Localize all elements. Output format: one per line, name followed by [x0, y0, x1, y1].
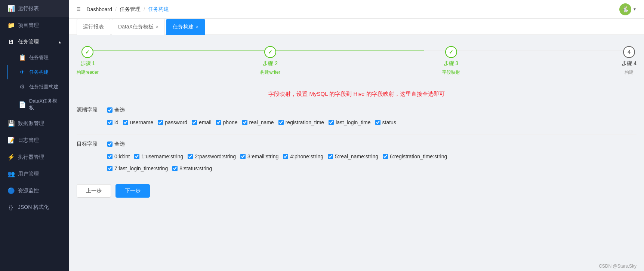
- source-field-status[interactable]: status: [375, 119, 396, 125]
- source-select-all-checkbox[interactable]: 全选: [107, 107, 125, 113]
- footer-text: CSDN @Stars.Sky: [599, 264, 637, 269]
- database-icon: 💾: [7, 120, 14, 127]
- step-3-subtitle: 字段映射: [442, 69, 460, 76]
- avatar-caret-icon: ▼: [633, 7, 637, 11]
- sidebar-item-task-list[interactable]: 📋 任务管理: [7, 50, 69, 65]
- chart-icon: 📊: [7, 5, 14, 12]
- source-field-registration-time[interactable]: registration_time: [278, 119, 324, 125]
- target-field-8[interactable]: 8:status:string: [172, 165, 212, 171]
- step-2-subtitle: 构建writer: [260, 69, 280, 76]
- sidebar-item-run-report[interactable]: 📊 运行报表: [0, 0, 69, 17]
- user-avatar: 🐇: [619, 3, 631, 15]
- menu-icon[interactable]: ≡: [77, 5, 81, 13]
- source-select-all-input[interactable]: [107, 107, 113, 113]
- sidebar-item-datasource[interactable]: 💾 数据源管理: [0, 115, 69, 132]
- sidebar-item-datax-template[interactable]: 📄 DataX任务模板: [7, 94, 69, 115]
- chevron-up-icon: ▲: [58, 40, 62, 44]
- sidebar-item-resource-monitor[interactable]: 🔵 资源监控: [0, 182, 69, 199]
- target-field-5[interactable]: 5:real_name:string: [328, 153, 378, 159]
- tab-datax-template[interactable]: DataX任务模板 ×: [112, 19, 165, 35]
- step-1-circle: ✓: [81, 46, 93, 58]
- user-avatar-dropdown[interactable]: 🐇 ▼: [619, 3, 637, 15]
- stepper: ✓ 步骤 1 构建reader ✓ 步骤 2 构建writer ✓ 步骤 3 字…: [77, 42, 637, 79]
- step-1-subtitle: 构建reader: [77, 69, 99, 76]
- step-3: ✓ 步骤 3 字段映射: [442, 46, 460, 76]
- target-select-all-checkbox[interactable]: 全选: [107, 141, 125, 147]
- breadcrumb-task-manage[interactable]: 任务管理: [120, 6, 141, 13]
- source-field-password[interactable]: password: [158, 119, 187, 125]
- breadcrumb-task-build: 任务构建: [148, 6, 169, 13]
- log-icon: 📝: [7, 137, 14, 144]
- bottom-actions: 上一步 下一步: [77, 180, 637, 198]
- source-field-header-row: 源端字段 全选: [77, 107, 637, 113]
- source-field-last-login-time[interactable]: last_login_time: [329, 119, 370, 125]
- breadcrumb-sep-2: /: [144, 6, 145, 12]
- source-fields-section: 源端字段 全选 id username password: [77, 107, 637, 125]
- folder-icon: 📁: [7, 22, 14, 29]
- step-2-title: 步骤 2: [263, 60, 278, 67]
- target-fields-row-2: 7:last_login_time:string 8:status:string: [107, 165, 637, 171]
- target-fields-row-1: 0:id:int 1:username:string 2:password:st…: [107, 153, 637, 159]
- step-1-title: 步骤 1: [80, 60, 95, 67]
- sidebar-item-json-format[interactable]: {} JSON 格式化: [0, 199, 69, 216]
- notice-banner: 字段映射，设置 MySQL 的字段到 Hive 的字段映射，这里直接全选即可: [77, 91, 637, 98]
- source-field-id[interactable]: id: [107, 119, 118, 125]
- tab-run-report[interactable]: 运行报表: [77, 19, 110, 35]
- close-task-build-tab-icon[interactable]: ×: [196, 24, 198, 30]
- step-4-title: 步骤 4: [622, 60, 637, 67]
- sidebar-item-task-batch[interactable]: ⚙ 任务批量构建: [7, 79, 69, 94]
- tab-task-build[interactable]: 任务构建 ×: [166, 19, 205, 35]
- user-icon: 👥: [7, 170, 14, 177]
- target-fields-section: 目标字段 全选 0:id:int 1:username:string 2:pa: [77, 141, 637, 171]
- source-field-real-name[interactable]: real_name: [242, 119, 274, 125]
- batch-icon: ⚙: [19, 83, 25, 90]
- close-datax-tab-icon[interactable]: ×: [156, 24, 158, 30]
- target-field-7[interactable]: 7:last_login_time:string: [107, 165, 168, 171]
- target-field-0[interactable]: 0:id:int: [107, 153, 130, 159]
- target-field-6[interactable]: 6:registration_time:string: [383, 153, 447, 159]
- target-field-2[interactable]: 2:password:string: [188, 153, 236, 159]
- step-4-circle: 4: [623, 46, 635, 58]
- topbar-right: 🐇 ▼: [619, 3, 637, 15]
- sidebar-item-log-manage[interactable]: 📝 日志管理: [0, 132, 69, 149]
- target-field-3[interactable]: 3:email:string: [240, 153, 278, 159]
- tabs-bar: 运行报表 DataX任务模板 × 任务构建 ×: [69, 19, 644, 35]
- breadcrumb-dashboard[interactable]: Dashboard: [87, 6, 113, 12]
- sidebar-submenu: 📋 任务管理 ✈ 任务构建 ⚙ 任务批量构建 📄 DataX任务模板: [0, 50, 69, 115]
- content-area: ✓ 步骤 1 构建reader ✓ 步骤 2 构建writer ✓ 步骤 3 字…: [69, 35, 644, 261]
- topbar: ≡ Dashboard / 任务管理 / 任务构建 🐇 ▼: [69, 0, 644, 19]
- target-field-label: 目标字段: [77, 141, 103, 147]
- monitor-icon: 🖥: [7, 39, 14, 45]
- footer: CSDN @Stars.Sky: [69, 261, 644, 271]
- executor-icon: ⚡: [7, 153, 14, 161]
- step-3-circle: ✓: [445, 46, 457, 58]
- source-field-username[interactable]: username: [123, 119, 153, 125]
- plane-icon: ✈: [19, 68, 25, 76]
- list-icon: 📋: [19, 54, 25, 61]
- target-field-4[interactable]: 4:phone:string: [283, 153, 323, 159]
- prev-button[interactable]: 上一步: [77, 184, 111, 198]
- target-select-all-input[interactable]: [107, 141, 113, 147]
- next-button[interactable]: 下一步: [115, 184, 150, 198]
- target-field-1[interactable]: 1:username:string: [134, 153, 183, 159]
- json-icon: {}: [7, 204, 14, 211]
- sidebar-item-task-manage-group[interactable]: 🖥 任务管理 ▲: [0, 34, 69, 50]
- step-2: ✓ 步骤 2 构建writer: [260, 46, 280, 76]
- source-field-email[interactable]: email: [192, 119, 211, 125]
- sidebar: 📊 运行报表 📁 项目管理 🖥 任务管理 ▲ 📋 任务管理 ✈ 任务构建 ⚙ 任…: [0, 0, 69, 271]
- breadcrumb-sep-1: /: [115, 6, 117, 12]
- sidebar-item-executor-manage[interactable]: ⚡ 执行器管理: [0, 149, 69, 165]
- target-field-header-row: 目标字段 全选: [77, 141, 637, 147]
- sidebar-item-task-build[interactable]: ✈ 任务构建: [7, 65, 69, 79]
- step-4: 4 步骤 4 构建: [622, 46, 637, 76]
- source-field-phone[interactable]: phone: [216, 119, 238, 125]
- section-divider: [77, 134, 637, 135]
- monitor-circle-icon: 🔵: [7, 187, 14, 194]
- topbar-left: ≡ Dashboard / 任务管理 / 任务构建: [77, 5, 169, 13]
- source-fields-row: id username password email phone: [107, 119, 637, 125]
- sidebar-item-user-manage[interactable]: 👥 用户管理: [0, 165, 69, 182]
- stepper-steps: ✓ 步骤 1 构建reader ✓ 步骤 2 构建writer ✓ 步骤 3 字…: [77, 46, 637, 76]
- template-icon: 📄: [19, 101, 25, 108]
- sidebar-item-project-manage[interactable]: 📁 项目管理: [0, 17, 69, 34]
- step-2-circle: ✓: [264, 46, 276, 58]
